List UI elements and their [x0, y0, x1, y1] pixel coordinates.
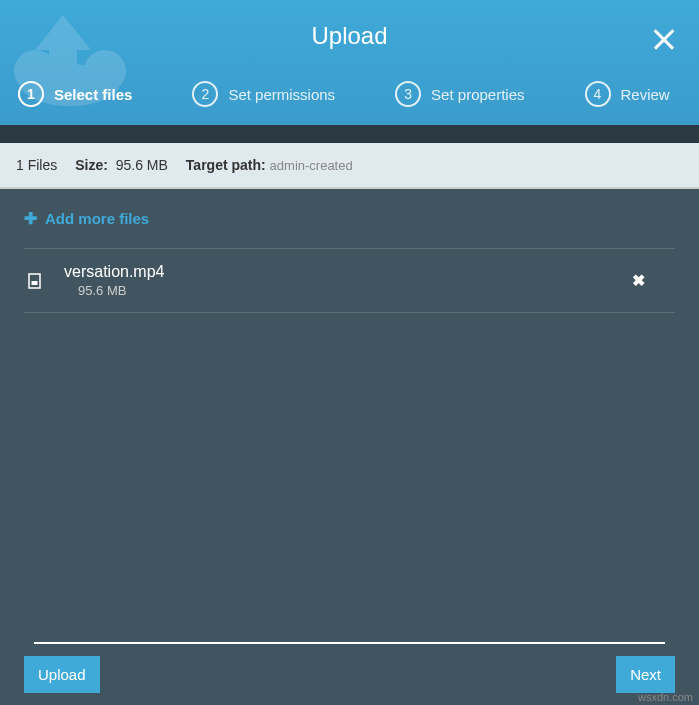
step-review[interactable]: 4 Review: [585, 81, 670, 107]
step-label: Review: [621, 86, 670, 103]
file-size: 95.6 MB: [78, 283, 632, 298]
upload-button[interactable]: Upload: [24, 656, 100, 693]
footer-buttons: Upload Next: [24, 656, 675, 693]
add-more-files-button[interactable]: ✚ Add more files: [24, 209, 675, 249]
step-number: 2: [192, 81, 218, 107]
file-name: versation.mp4: [64, 263, 632, 281]
step-label: Set permissions: [228, 86, 335, 103]
step-number: 1: [18, 81, 44, 107]
dialog-header: Upload 1 Select files 2 Set permissions …: [0, 0, 699, 125]
wizard-steps: 1 Select files 2 Set permissions 3 Set p…: [0, 81, 699, 107]
file-info: versation.mp4 95.6 MB: [64, 263, 632, 298]
svg-rect-4: [32, 281, 38, 285]
file-row: versation.mp4 95.6 MB ✖: [24, 249, 675, 313]
step-label: Set properties: [431, 86, 524, 103]
step-label: Select files: [54, 86, 132, 103]
step-set-properties[interactable]: 3 Set properties: [395, 81, 524, 107]
add-more-label: Add more files: [45, 210, 149, 227]
footer-divider: [34, 642, 665, 644]
close-button[interactable]: [651, 26, 677, 52]
dialog-footer: Upload Next: [24, 642, 675, 693]
plus-icon: ✚: [24, 209, 37, 228]
video-file-icon: [28, 273, 44, 289]
step-set-permissions[interactable]: 2 Set permissions: [192, 81, 335, 107]
remove-file-button[interactable]: ✖: [632, 271, 645, 290]
separator: [0, 125, 699, 143]
info-bar: 1 Files Size: 95.6 MB Target path: admin…: [0, 143, 699, 189]
target-path-label: Target path:: [186, 157, 266, 173]
target-path-value: admin-created: [270, 158, 353, 173]
step-select-files[interactable]: 1 Select files: [18, 81, 132, 107]
size-value: 95.6 MB: [116, 157, 168, 173]
step-number: 3: [395, 81, 421, 107]
step-number: 4: [585, 81, 611, 107]
size-label: Size:: [75, 157, 108, 173]
file-list-content: ✚ Add more files versation.mp4 95.6 MB ✖: [0, 189, 699, 669]
watermark: wsxdn.com: [638, 691, 693, 703]
next-button[interactable]: Next: [616, 656, 675, 693]
files-count: 1 Files: [16, 157, 57, 173]
